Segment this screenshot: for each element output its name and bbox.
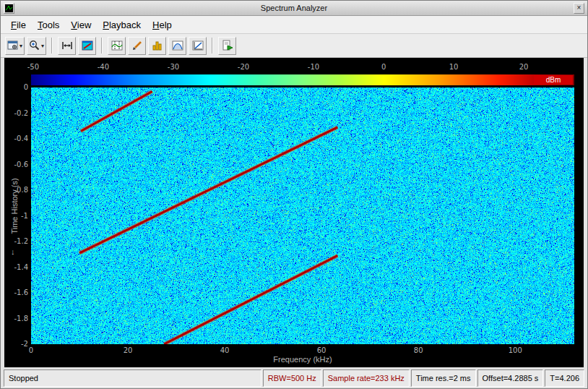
y-tick-label: -1.2 [4, 237, 28, 245]
y-tick-label: -1.6 [4, 288, 28, 296]
colorbar-tick-label: -40 [98, 63, 109, 71]
spectrogram-icon [82, 40, 93, 51]
app-icon-glyph [5, 4, 13, 12]
toolbar-button-configuration[interactable]: ▾ [5, 37, 25, 55]
toolbar-separator [212, 38, 213, 54]
window-title: Spectrum Analyzer [1, 4, 587, 12]
spectrogram-canvas[interactable] [31, 87, 574, 344]
x-tick-label: 0 [29, 346, 33, 354]
y-tick-label: 0 [4, 83, 28, 91]
colorbar-tick-label: -20 [238, 63, 249, 71]
chevron-down-icon: ▾ [41, 43, 44, 49]
chevron-down-icon: ▾ [20, 43, 22, 49]
toolbar-button-playback-export[interactable] [218, 37, 236, 55]
horizontal-span-icon [61, 40, 73, 51]
menu-help[interactable]: Help [147, 17, 178, 33]
status-offset: Offset=4.2885 s [477, 369, 544, 387]
colorbar-tick-label: -50 [27, 63, 39, 71]
x-tick-label: 100 [509, 346, 522, 354]
bell-curve-icon [172, 40, 183, 51]
toolbar-button-span-x-axis[interactable] [58, 37, 76, 55]
x-tick-label: 60 [317, 346, 327, 354]
toolbar-separator [101, 38, 103, 54]
colorbar-tick-label: -10 [308, 63, 319, 71]
x-tick-label: 20 [124, 346, 133, 354]
colorbar-tick-label: 20 [519, 63, 529, 71]
time-direction-arrow-icon: ↓ [11, 247, 15, 256]
page-play-icon [222, 40, 233, 51]
toolbar-button-cursor-measurements[interactable] [108, 37, 126, 55]
ccdf-plot-icon [192, 40, 204, 51]
y-axis-label: Time History (s) [10, 178, 19, 234]
colorbar-tick-label: 0 [381, 63, 386, 71]
status-sample-rate: Sample rate=233 kHz [323, 369, 410, 387]
toolbar-separator [51, 38, 53, 54]
titlebar[interactable]: Spectrum Analyzer × [1, 1, 587, 16]
colorbar-unit-label: dBm [534, 75, 573, 85]
cursors-icon [111, 40, 123, 51]
menu-playback[interactable]: Playback [97, 17, 147, 33]
magnifier-icon [29, 40, 40, 51]
y-tick-label: -0.6 [4, 161, 28, 168]
menu-file[interactable]: File [5, 17, 32, 33]
x-tick-label: 80 [414, 346, 423, 354]
scope-config-icon [7, 40, 19, 51]
menu-tools[interactable]: Tools [32, 17, 65, 33]
menu-view[interactable]: View [65, 17, 97, 33]
peaks-bars-icon [152, 40, 163, 51]
status-time: T=4.206 [545, 369, 584, 387]
toolbar-button-ccdf-measurements[interactable] [189, 37, 207, 55]
x-tick-label: 40 [220, 346, 230, 354]
toolbar-button-distortion-measurements[interactable] [128, 37, 146, 55]
spectrum-analyzer-window: Spectrum Analyzer × File Tools View Play… [0, 0, 588, 389]
x-axis-label: Frequency (kHz) [273, 355, 332, 364]
y-tick-label: -0.2 [4, 109, 28, 117]
y-tick-label: -2 [4, 340, 28, 348]
plot-panel: -50-40-30-20-1001020 dBm 0-0.2-0.4-0.6-0… [4, 58, 584, 367]
colorbar-tick-label: -30 [168, 63, 179, 71]
status-state: Stopped [4, 369, 261, 387]
statusbar: Stopped RBW=500 Hz Sample rate=233 kHz T… [4, 369, 584, 387]
y-tick-label: -1.4 [4, 263, 28, 271]
status-rbw: RBW=500 Hz [263, 369, 321, 387]
pencil-icon [131, 40, 143, 51]
menubar: File Tools View Playback Help [1, 16, 587, 34]
y-tick-label: -0.4 [4, 134, 28, 142]
colorbar-tick-label: 10 [449, 63, 459, 71]
status-time-res: Time res.=2 ms [411, 369, 476, 387]
toolbar: ▾ ▾ [1, 34, 587, 58]
toolbar-button-zoom[interactable]: ▾ [27, 37, 46, 55]
app-icon [4, 3, 14, 14]
close-button[interactable]: × [574, 3, 584, 14]
colorbar: dBm [31, 74, 574, 85]
y-tick-label: -1.8 [4, 315, 28, 322]
toolbar-button-channel-measurements[interactable] [168, 37, 186, 55]
toolbar-button-peak-finder[interactable] [148, 37, 166, 55]
toolbar-button-spectrogram-view[interactable] [78, 37, 96, 55]
